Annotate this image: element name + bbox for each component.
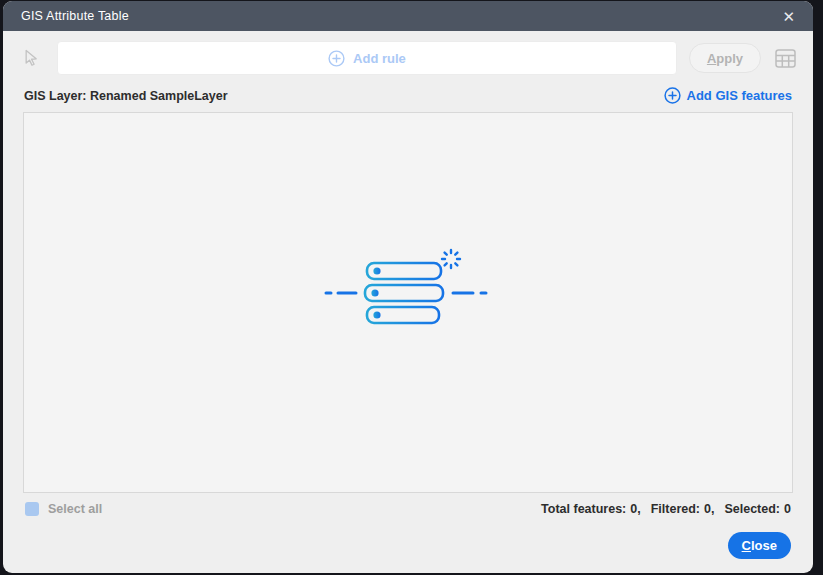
feature-counts: Total features:0,Filtered:0,Selected:0 (541, 502, 791, 516)
add-circle-icon (664, 87, 681, 104)
layer-bar: GIS Layer: Renamed SampleLayer Add GIS f… (3, 83, 813, 112)
close-icon[interactable]: ✕ (776, 7, 801, 26)
add-gis-features-label: Add GIS features (687, 88, 792, 103)
action-row: Close (3, 520, 813, 573)
apply-button[interactable]: Apply (689, 43, 761, 73)
titlebar: GIS Attribute Table ✕ (3, 1, 813, 31)
filtered-value: 0, (704, 502, 714, 516)
checkbox-icon (25, 502, 39, 516)
apply-label: Apply (707, 51, 743, 66)
select-cursor-icon[interactable] (19, 45, 45, 71)
gis-attribute-table-dialog: GIS Attribute Table ✕ Add rule Apply (3, 1, 813, 573)
table-icon[interactable] (773, 46, 797, 70)
select-all-checkbox[interactable]: Select all (25, 502, 102, 516)
total-features-value: 0, (630, 502, 640, 516)
add-circle-icon (328, 50, 345, 67)
attribute-table-panel (23, 112, 793, 493)
loading-table-rows-illustration (323, 246, 493, 332)
footer: Select all Total features:0,Filtered:0,S… (3, 493, 813, 520)
add-rule-label: Add rule (353, 51, 406, 66)
add-gis-features-button[interactable]: Add GIS features (664, 87, 792, 104)
selected-label: Selected: (724, 502, 780, 516)
filtered-label: Filtered: (651, 502, 700, 516)
close-button-label: Close (742, 538, 777, 553)
select-all-label: Select all (48, 502, 102, 516)
total-features-label: Total features: (541, 502, 626, 516)
add-rule-input[interactable]: Add rule (57, 41, 677, 75)
selected-value: 0 (784, 502, 791, 516)
window-title: GIS Attribute Table (21, 9, 129, 23)
spinner-icon (442, 250, 460, 268)
close-button[interactable]: Close (728, 532, 791, 559)
gis-layer-label: GIS Layer: Renamed SampleLayer (24, 89, 228, 103)
toolbar: Add rule Apply (3, 31, 813, 83)
